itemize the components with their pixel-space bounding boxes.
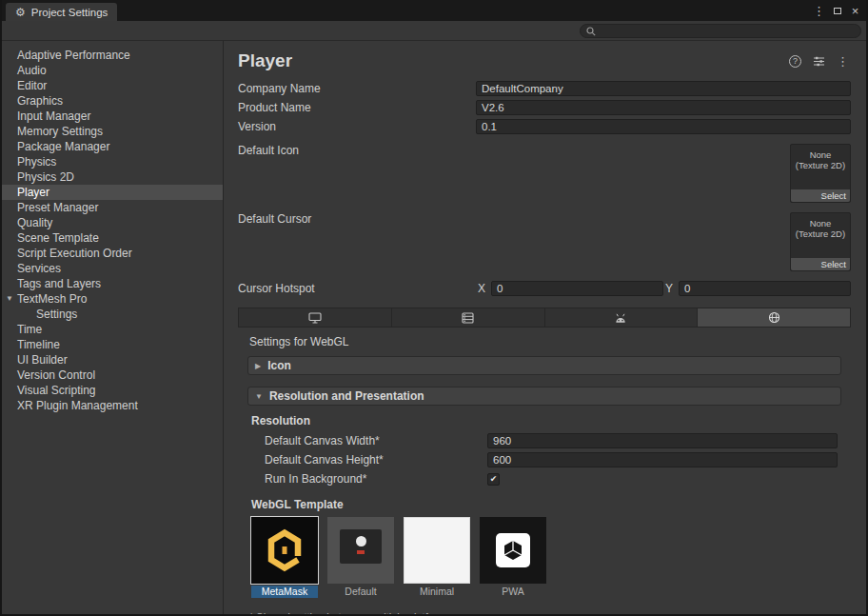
sidebar-item-preset-manager[interactable]: Preset Manager <box>2 200 223 215</box>
sidebar-item-services[interactable]: Services <box>2 261 223 276</box>
none-text: None <box>791 149 850 160</box>
tab-platform-webgl[interactable] <box>698 308 850 327</box>
product-name-row: Product Name V2.6 <box>238 100 851 115</box>
version-row: Version 0.1 <box>238 119 851 134</box>
sidebar-item-player[interactable]: Player <box>2 185 223 200</box>
tab-platform-standalone[interactable] <box>239 308 392 327</box>
metamask-logo-icon <box>262 527 307 573</box>
canvas-height-input[interactable]: 600 <box>487 452 838 467</box>
product-name-input[interactable]: V2.6 <box>476 100 851 115</box>
sidebar-item-package-manager[interactable]: Package Manager <box>2 139 223 154</box>
sidebar-item-visual-scripting[interactable]: Visual Scripting <box>2 383 223 398</box>
hotspot-y-label: Y <box>665 282 673 295</box>
webgl-template-heading: WebGL Template <box>251 498 841 511</box>
texture-type-text: (Texture 2D) <box>791 229 850 239</box>
search-icon <box>586 27 596 36</box>
close-button[interactable]: × <box>846 1 864 20</box>
foldout-expanded-icon: ▼ <box>255 392 263 401</box>
metamask-thumbnail <box>251 517 318 584</box>
maximize-button[interactable] <box>828 1 846 20</box>
search-input[interactable] <box>580 24 861 38</box>
run-in-background-row: Run In Background* ✔ <box>247 471 841 487</box>
hotspot-y-input[interactable]: 0 <box>679 281 851 296</box>
main-header: Player ? ⋮ <box>238 49 851 73</box>
window-controls: ⋮ × <box>810 0 864 21</box>
hotspot-x-label: X <box>478 282 485 295</box>
webgl-template-pwa[interactable]: PWA <box>480 517 546 598</box>
sidebar-item-timeline[interactable]: Timeline <box>2 337 223 352</box>
sidebar-item-physics[interactable]: Physics <box>2 154 223 169</box>
foldout-collapsed-icon: ▶ <box>255 362 261 370</box>
none-text: None <box>791 218 850 229</box>
more-options-icon[interactable]: ⋮ <box>837 54 849 69</box>
sidebar-item-graphics[interactable]: Graphics <box>2 93 223 109</box>
sidebar-item-time[interactable]: Time <box>2 322 223 337</box>
preset-icon[interactable] <box>813 56 825 67</box>
default-icon-label: Default Icon <box>238 144 790 157</box>
window-menu-icon[interactable]: ⋮ <box>810 1 828 20</box>
window-title: Project Settings <box>31 7 108 18</box>
help-icon[interactable]: ? <box>789 55 801 68</box>
shared-setting-footnote: * Shared setting between multiple platfo… <box>249 611 841 614</box>
webgl-template-metamask[interactable]: MetaMask <box>251 517 318 598</box>
icon-section-title: Icon <box>267 359 291 372</box>
tab-platform-dedicated-server[interactable] <box>392 308 545 327</box>
project-settings-tab[interactable]: ⚙ Project Settings <box>6 3 117 21</box>
company-name-input[interactable]: DefaultCompany <box>476 81 851 96</box>
default-thumbnail <box>327 517 394 584</box>
sidebar-item-physics-2d[interactable]: Physics 2D <box>2 169 223 185</box>
settings-sidebar: Adaptive Performance Audio Editor Graphi… <box>2 41 224 614</box>
mini-screen <box>340 529 382 564</box>
texture-type-text: (Texture 2D) <box>791 160 850 170</box>
default-icon-select-button[interactable]: Select <box>791 189 850 202</box>
android-icon <box>614 312 627 324</box>
sidebar-item-version-control[interactable]: Version Control <box>2 368 223 383</box>
cursor-hotspot-label: Cursor Hotspot <box>238 282 476 295</box>
template-name: Default <box>327 586 394 598</box>
unity-mini-logo-icon <box>356 536 366 546</box>
sidebar-item-script-execution-order[interactable]: Script Execution Order <box>2 246 223 261</box>
sidebar-item-scene-template[interactable]: Scene Template <box>2 230 223 246</box>
page-title: Player <box>238 50 292 71</box>
foldout-expanded-icon[interactable]: ▼ <box>6 291 13 307</box>
webgl-icon <box>768 311 780 324</box>
version-input[interactable]: 0.1 <box>476 119 851 134</box>
object-none-text: None (Texture 2D) <box>791 145 850 170</box>
webgl-template-list: MetaMask Default <box>247 517 841 598</box>
canvas-height-row: Default Canvas Height* 600 <box>247 452 841 467</box>
resolution-heading: Resolution <box>251 414 841 427</box>
pwa-thumbnail <box>480 517 546 584</box>
sidebar-item-editor[interactable]: Editor <box>2 78 223 93</box>
resolution-section-title: Resolution and Presentation <box>269 389 424 403</box>
default-cursor-select-button[interactable]: Select <box>791 258 850 270</box>
tab-platform-android[interactable] <box>545 308 699 327</box>
sidebar-item-tags-and-layers[interactable]: Tags and Layers <box>2 276 223 291</box>
hotspot-x-input[interactable]: 0 <box>491 281 663 296</box>
sidebar-item-textmesh-pro-settings[interactable]: Settings <box>2 307 223 322</box>
settings-for-label: Settings for WebGL <box>249 335 841 348</box>
sidebar-item-memory-settings[interactable]: Memory Settings <box>2 124 223 139</box>
product-name-label: Product Name <box>238 101 476 114</box>
sidebar-item-ui-builder[interactable]: UI Builder <box>2 352 223 368</box>
run-in-background-checkbox[interactable]: ✔ <box>487 473 500 486</box>
webgl-template-minimal[interactable]: Minimal <box>404 517 470 598</box>
default-icon-picker[interactable]: None (Texture 2D) Select <box>790 144 851 203</box>
dedicated-server-icon <box>462 312 474 324</box>
sidebar-item-xr-plugin-management[interactable]: XR Plugin Management <box>2 398 223 413</box>
sidebar-item-adaptive-performance[interactable]: Adaptive Performance <box>2 48 223 63</box>
sidebar-item-quality[interactable]: Quality <box>2 215 223 230</box>
company-name-label: Company Name <box>238 82 476 95</box>
template-name: PWA <box>480 586 546 598</box>
sidebar-item-textmesh-pro[interactable]: ▼ TextMesh Pro <box>2 291 223 307</box>
maximize-icon <box>834 8 841 14</box>
canvas-width-input[interactable]: 960 <box>487 433 838 448</box>
toolbar <box>2 21 866 41</box>
pwa-badge <box>496 533 530 567</box>
icon-section-header[interactable]: ▶ Icon <box>247 356 841 375</box>
template-name: MetaMask <box>251 586 318 598</box>
webgl-template-default[interactable]: Default <box>327 517 394 598</box>
sidebar-item-input-manager[interactable]: Input Manager <box>2 109 223 124</box>
default-cursor-picker[interactable]: None (Texture 2D) Select <box>790 212 851 271</box>
sidebar-item-audio[interactable]: Audio <box>2 63 223 78</box>
resolution-section-header[interactable]: ▼ Resolution and Presentation <box>247 387 841 406</box>
